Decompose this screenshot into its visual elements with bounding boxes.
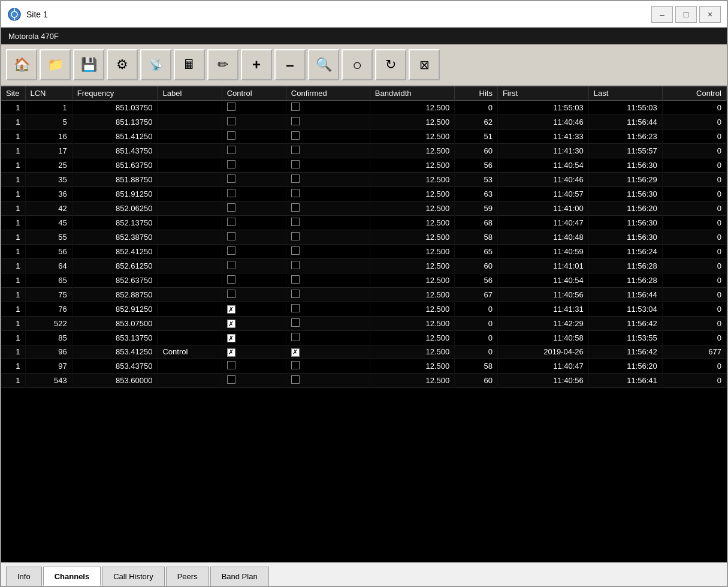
col-site: Site — [1, 86, 25, 101]
search-icon: 🔍 — [316, 57, 332, 73]
table-wrapper[interactable]: Site LCN Frequency Label Control Confirm… — [1, 86, 727, 562]
search-button[interactable]: 🔍 — [308, 49, 339, 80]
folder-icon: 📁 — [47, 57, 64, 73]
home-icon: 🏠 — [14, 57, 30, 73]
calculator-button[interactable]: 🖩 — [174, 49, 205, 80]
table-row: 145852.1375012.5006811:40:4711:56:300 — [1, 216, 727, 230]
loop-button[interactable]: ⊠ — [409, 49, 440, 80]
plus-icon: + — [252, 56, 261, 73]
table-row: 125851.6375012.5005611:40:5411:56:300 — [1, 158, 727, 173]
pencil-icon: ✏ — [218, 57, 228, 73]
title-bar-left: Site 1 — [7, 7, 48, 22]
col-lcn: LCN — [25, 86, 72, 101]
refresh-icon: ↻ — [385, 57, 396, 73]
col-control2: Control — [662, 86, 726, 101]
col-bandwidth: Bandwidth — [370, 86, 454, 101]
minimize-button[interactable]: – — [651, 6, 673, 23]
table-row: 116851.4125012.5005111:41:3311:56:230 — [1, 130, 727, 144]
table-row: 11851.0375012.500011:55:0311:55:030 — [1, 101, 727, 115]
maximize-button[interactable]: □ — [675, 6, 697, 23]
table-row: 1522853.07500✗12.500011:42:2911:56:420 — [1, 317, 727, 331]
gear-icon: ⚙ — [116, 57, 128, 73]
window-controls: – □ × — [651, 6, 721, 23]
channels-table: Site LCN Frequency Label Control Confirm… — [1, 86, 727, 388]
radio-icon: 📡 — [149, 58, 162, 71]
calculator-icon: 🖩 — [183, 57, 196, 73]
save-button[interactable]: 💾 — [73, 49, 104, 80]
tab-call-history[interactable]: Call History — [102, 567, 164, 586]
window-title: Site 1 — [26, 10, 48, 19]
save-icon: 💾 — [81, 57, 97, 73]
settings-button[interactable]: ⚙ — [107, 49, 138, 80]
table-row: 117851.4375012.5006011:41:3011:55:570 — [1, 144, 727, 158]
loop-icon: ⊠ — [419, 58, 430, 72]
col-frequency: Frequency — [72, 86, 158, 101]
tab-band-plan[interactable]: Band Plan — [210, 567, 269, 586]
table-row: 175852.8875012.5006711:40:5611:56:440 — [1, 288, 727, 302]
tab-bar: Info Channels Call History Peers Band Pl… — [1, 562, 727, 586]
table-row: 164852.6125012.5006011:41:0111:56:280 — [1, 259, 727, 273]
table-row: 156852.4125012.5006511:40:5911:56:240 — [1, 245, 727, 259]
col-last: Last — [588, 86, 662, 101]
folder-button[interactable]: 📁 — [40, 49, 71, 80]
radio-button[interactable]: 📡 — [140, 49, 171, 80]
main-window: Site 1 – □ × Motorola 470F 🏠 📁 💾 ⚙ 📡 🖩 — [0, 0, 728, 587]
table-row: 165852.6375012.5005611:40:5411:56:280 — [1, 273, 727, 288]
device-label: Motorola 470F — [8, 32, 59, 41]
circle-button[interactable]: ○ — [342, 49, 373, 80]
table-row: 185853.13750✗12.500011:40:5811:53:550 — [1, 331, 727, 345]
title-bar: Site 1 – □ × — [1, 1, 727, 28]
col-first: First — [497, 86, 588, 101]
edit-button[interactable]: ✏ — [207, 49, 238, 80]
tab-info[interactable]: Info — [6, 567, 42, 586]
home-button[interactable]: 🏠 — [6, 49, 37, 80]
app-icon — [7, 7, 22, 22]
table-row: 1543853.6000012.5006011:40:5611:56:410 — [1, 373, 727, 387]
circle-icon: ○ — [352, 56, 362, 74]
add-button[interactable]: + — [241, 49, 272, 80]
table-row: 155852.3875012.5005811:40:4811:56:300 — [1, 230, 727, 245]
table-row: 135851.8875012.5005311:40:4611:56:290 — [1, 173, 727, 187]
tab-channels[interactable]: Channels — [43, 567, 101, 586]
table-row: 15851.1375012.5006211:40:4611:56:440 — [1, 115, 727, 130]
table-row: 197853.4375012.5005811:40:4711:56:200 — [1, 359, 727, 373]
main-content: Site LCN Frequency Label Control Confirm… — [1, 86, 727, 562]
col-hits: Hits — [455, 86, 498, 101]
tab-peers[interactable]: Peers — [166, 567, 209, 586]
close-button[interactable]: × — [699, 6, 721, 23]
col-label: Label — [158, 86, 222, 101]
table-row: 142852.0625012.5005911:41:0011:56:200 — [1, 201, 727, 216]
col-confirmed: Confirmed — [286, 86, 370, 101]
col-control: Control — [222, 86, 286, 101]
table-row: 196853.41250Control✗✗12.50002019-04-2611… — [1, 345, 727, 359]
minus-icon: – — [286, 56, 294, 73]
table-row: 176852.91250✗12.500011:41:3111:53:040 — [1, 302, 727, 317]
toolbar: 🏠 📁 💾 ⚙ 📡 🖩 ✏ + – 🔍 ○ — [1, 44, 727, 86]
remove-button[interactable]: – — [274, 49, 306, 80]
device-bar: Motorola 470F — [1, 28, 727, 44]
table-row: 136851.9125012.5006311:40:5711:56:300 — [1, 187, 727, 201]
refresh-button[interactable]: ↻ — [375, 49, 406, 80]
